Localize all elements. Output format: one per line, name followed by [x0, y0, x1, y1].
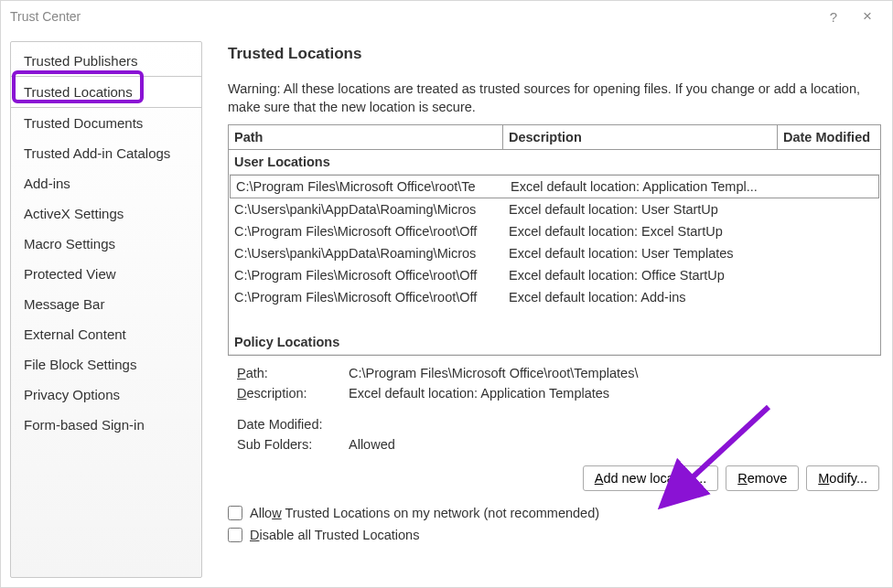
table-row[interactable]: C:\Users\panki\AppData\Roaming\MicrosExc… — [229, 198, 880, 220]
detail-path-label: Path: — [237, 366, 349, 380]
detail-date-value — [349, 417, 881, 432]
col-description[interactable]: Description — [503, 125, 778, 150]
policy-locations-section: Policy Locations — [229, 330, 880, 355]
content-pane: Trusted Locations Warning: All these loc… — [210, 32, 892, 587]
col-path[interactable]: Path — [229, 125, 503, 150]
remove-button[interactable]: Remove — [726, 465, 799, 491]
sidebar-item-trusted-documents[interactable]: Trusted Documents — [11, 108, 201, 138]
window-title: Trust Center — [10, 9, 817, 24]
detail-subfolders-value: Allowed — [349, 437, 881, 452]
detail-subfolders-label: Sub Folders: — [237, 437, 349, 452]
locations-table: Path Description Date Modified User Loca… — [228, 124, 881, 356]
add-new-location-button[interactable]: Add new location... — [583, 465, 719, 491]
sidebar-item-privacy-options[interactable]: Privacy Options — [11, 380, 201, 410]
sidebar-item-activex-settings[interactable]: ActiveX Settings — [11, 198, 201, 229]
options-checkboxes: Allow Trusted Locations on my network (n… — [228, 502, 881, 546]
page-heading: Trusted Locations — [228, 45, 881, 63]
dialog-body: Trusted PublishersTrusted LocationsTrust… — [1, 32, 892, 587]
sidebar-item-file-block-settings[interactable]: File Block Settings — [11, 349, 201, 380]
row-path: C:\Users\panki\AppData\Roaming\Micros — [234, 202, 509, 217]
row-date — [776, 268, 875, 283]
row-date — [774, 179, 873, 194]
row-desc: Excel default location: Add-ins — [509, 290, 776, 305]
table-spacer — [229, 308, 880, 330]
disable-all-checkbox[interactable]: Disable all Trusted Locations — [228, 524, 881, 546]
row-desc: Excel default location: Excel StartUp — [509, 224, 776, 239]
sidebar-item-trusted-locations[interactable]: Trusted Locations — [11, 76, 202, 108]
titlebar: Trust Center ? × — [1, 1, 892, 32]
detail-path-value: C:\Program Files\Microsoft Office\root\T… — [349, 366, 881, 380]
table-row[interactable]: C:\Program Files\Microsoft Office\root\T… — [230, 175, 879, 198]
sidebar-item-protected-view[interactable]: Protected View — [11, 259, 201, 289]
sidebar-item-add-ins[interactable]: Add-ins — [11, 168, 201, 198]
row-path: C:\Users\panki\AppData\Roaming\Micros — [234, 246, 509, 261]
table-row[interactable]: C:\Program Files\Microsoft Office\root\O… — [229, 220, 880, 242]
detail-desc-value: Excel default location: Application Temp… — [349, 386, 881, 401]
sidebar-item-message-bar[interactable]: Message Bar — [11, 289, 201, 319]
table-row[interactable]: C:\Program Files\Microsoft Office\root\O… — [229, 286, 880, 308]
trust-center-window: Trust Center ? × Trusted PublishersTrust… — [0, 0, 893, 588]
table-header: Path Description Date Modified — [229, 125, 880, 150]
sidebar-item-macro-settings[interactable]: Macro Settings — [11, 229, 201, 259]
detail-date-label: Date Modified: — [237, 417, 349, 432]
row-path: C:\Program Files\Microsoft Office\root\O… — [234, 290, 509, 305]
table-row[interactable]: C:\Program Files\Microsoft Office\root\O… — [229, 264, 880, 286]
detail-desc-label: Description: — [237, 386, 349, 401]
modify-button[interactable]: Modify... — [806, 465, 879, 491]
row-date — [776, 290, 875, 305]
warning-text: Warning: All these locations are treated… — [228, 80, 881, 117]
row-date — [776, 202, 875, 217]
row-desc: Excel default location: Application Temp… — [511, 179, 774, 194]
user-locations-section: User Locations — [229, 150, 880, 175]
table-row[interactable]: C:\Users\panki\AppData\Roaming\MicrosExc… — [229, 242, 880, 264]
sidebar-item-form-based-sign-in[interactable]: Form-based Sign-in — [11, 410, 201, 440]
details-panel: Path: C:\Program Files\Microsoft Office\… — [228, 363, 881, 454]
disable-all-input[interactable] — [228, 528, 242, 542]
row-path: C:\Program Files\Microsoft Office\root\O… — [234, 268, 509, 283]
allow-network-input[interactable] — [228, 506, 242, 520]
buttons-row: Add new location... Remove Modify... — [228, 465, 881, 491]
sidebar-item-trusted-add-in-catalogs[interactable]: Trusted Add-in Catalogs — [11, 138, 201, 168]
col-date-modified[interactable]: Date Modified — [778, 125, 880, 150]
row-desc: Excel default location: User StartUp — [509, 202, 776, 217]
row-path: C:\Program Files\Microsoft Office\root\O… — [234, 224, 509, 239]
row-date — [776, 246, 875, 261]
row-date — [776, 224, 875, 239]
allow-network-checkbox[interactable]: Allow Trusted Locations on my network (n… — [228, 502, 881, 524]
row-desc: Excel default location: Office StartUp — [509, 268, 776, 283]
sidebar-item-trusted-publishers[interactable]: Trusted Publishers — [11, 46, 201, 76]
sidebar: Trusted PublishersTrusted LocationsTrust… — [10, 41, 202, 578]
row-path: C:\Program Files\Microsoft Office\root\T… — [236, 179, 511, 194]
close-icon[interactable]: × — [850, 7, 885, 26]
row-desc: Excel default location: User Templates — [509, 246, 776, 261]
help-icon[interactable]: ? — [817, 9, 850, 25]
sidebar-item-external-content[interactable]: External Content — [11, 319, 201, 349]
